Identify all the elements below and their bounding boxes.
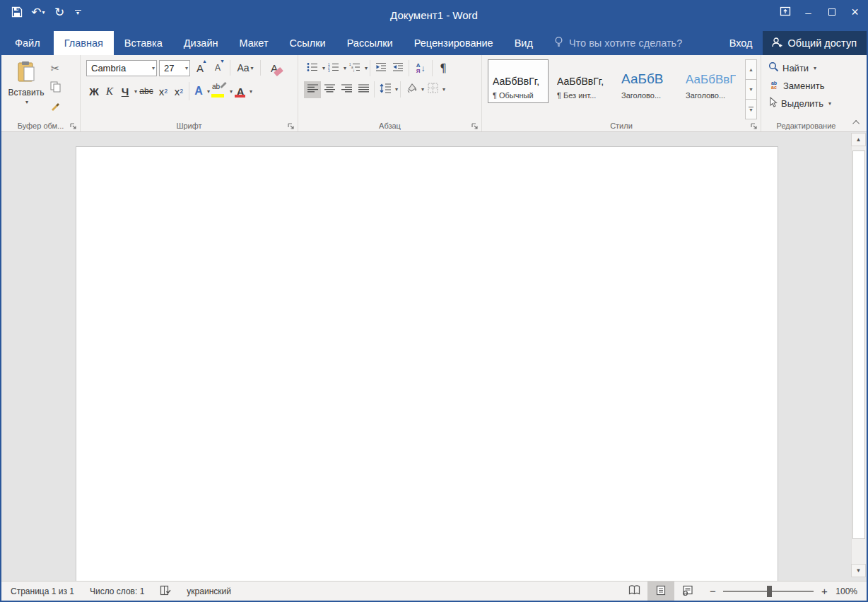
- share-button[interactable]: Общий доступ: [763, 31, 867, 55]
- align-center-button[interactable]: [321, 81, 338, 98]
- font-group: ▾ ▾ А▲ А▼ Aa▾ А Ж К Ч ▾ abc x2 x: [81, 55, 298, 131]
- tab-insert[interactable]: Вставка: [114, 31, 173, 55]
- styles-scroll-up-button[interactable]: ▲: [745, 59, 757, 80]
- copy-button[interactable]: [47, 79, 64, 96]
- tell-me-search[interactable]: Что вы хотите сделать?: [553, 31, 682, 55]
- document-page[interactable]: [76, 146, 778, 581]
- redo-button[interactable]: ↻: [49, 2, 69, 22]
- save-button[interactable]: [7, 2, 27, 22]
- sign-in-button[interactable]: Вход: [720, 31, 763, 55]
- print-layout-button[interactable]: [647, 582, 674, 601]
- highlighter-pen-icon: [220, 82, 226, 88]
- styles-dialog-launcher[interactable]: [750, 121, 758, 129]
- align-left-icon: [307, 83, 318, 96]
- increase-indent-button[interactable]: [389, 60, 406, 77]
- customize-qat-button[interactable]: ▾: [71, 2, 85, 22]
- close-button[interactable]: ×: [843, 0, 867, 24]
- sort-button[interactable]: АЯ ↓: [411, 60, 430, 77]
- change-case-button[interactable]: Aa▾: [235, 59, 256, 76]
- tab-view[interactable]: Вид: [504, 31, 544, 55]
- styles-scroll-down-button[interactable]: ▼: [745, 79, 757, 100]
- styles-more-button[interactable]: ▼: [745, 99, 757, 119]
- paragraph-dialog-launcher[interactable]: [471, 121, 479, 129]
- zoom-slider-thumb[interactable]: [767, 586, 772, 597]
- justify-button[interactable]: [355, 81, 372, 98]
- tab-home[interactable]: Главная: [54, 31, 114, 55]
- align-center-icon: [324, 83, 335, 96]
- shading-button[interactable]: [403, 81, 420, 98]
- multilevel-list-button[interactable]: 1ai: [346, 60, 363, 77]
- language-indicator[interactable]: украинский: [179, 586, 239, 596]
- format-painter-button[interactable]: [47, 98, 64, 115]
- read-mode-button[interactable]: [621, 582, 647, 601]
- replace-button[interactable]: ab ac Заменить: [768, 78, 848, 93]
- scrollbar-up-button[interactable]: ▲: [851, 133, 866, 146]
- underline-button[interactable]: Ч: [117, 83, 133, 100]
- scrollbar-down-button[interactable]: ▼: [851, 564, 866, 577]
- font-dialog-launcher[interactable]: [287, 121, 295, 129]
- select-label: Выделить: [781, 98, 823, 109]
- multilevel-list-icon: 1ai: [349, 62, 360, 75]
- shrink-font-button[interactable]: А▼: [210, 59, 225, 76]
- highlight-button[interactable]: ab: [210, 83, 228, 100]
- scrollbar-track[interactable]: [851, 146, 866, 564]
- line-spacing-button[interactable]: [377, 81, 394, 98]
- style-no-spacing[interactable]: АаБбВвГг, ¶ Без инт...: [552, 59, 613, 103]
- find-button[interactable]: Найти ▾: [768, 61, 848, 75]
- paste-button[interactable]: Вставить ▾: [6, 59, 47, 119]
- zoom-out-button[interactable]: −: [708, 585, 717, 597]
- font-name-combobox[interactable]: ▾: [86, 60, 157, 76]
- style-heading2[interactable]: АаБбВвГ Заголово...: [681, 59, 741, 103]
- tab-design[interactable]: Дизайн: [173, 31, 229, 55]
- numbering-button[interactable]: 123: [325, 60, 342, 77]
- maximize-button[interactable]: [820, 0, 843, 24]
- clear-formatting-button[interactable]: А: [265, 59, 283, 76]
- style-normal[interactable]: АаБбВвГг, ¶ Обычный: [488, 59, 549, 103]
- web-layout-button[interactable]: [674, 582, 701, 601]
- font-color-dropdown-icon[interactable]: ▾: [250, 88, 252, 95]
- clipboard-dialog-launcher[interactable]: [69, 121, 78, 129]
- superscript-button[interactable]: x2: [171, 83, 187, 100]
- italic-button[interactable]: К: [102, 83, 117, 100]
- font-color-button[interactable]: А: [233, 83, 248, 100]
- collapse-ribbon-button[interactable]: [852, 117, 862, 127]
- select-button[interactable]: Выделить ▾: [768, 96, 848, 110]
- tab-layout[interactable]: Макет: [229, 31, 279, 55]
- align-left-button[interactable]: [304, 81, 321, 98]
- scrollbar-thumb[interactable]: [852, 150, 865, 539]
- cut-button[interactable]: ✂: [47, 60, 64, 77]
- ribbon-display-options-button[interactable]: [773, 0, 797, 24]
- show-marks-button[interactable]: ¶: [435, 60, 452, 77]
- font-name-input[interactable]: [91, 63, 151, 73]
- tab-file[interactable]: Файл: [1, 31, 54, 55]
- increase-indent-icon: [392, 62, 404, 75]
- undo-button[interactable]: ↶▾: [28, 2, 48, 22]
- bullets-button[interactable]: [304, 60, 321, 77]
- font-group-label: Шрифт: [81, 122, 298, 130]
- page-indicator[interactable]: Страница 1 из 1: [1, 586, 82, 596]
- font-size-input[interactable]: [164, 63, 184, 73]
- align-right-button[interactable]: [338, 81, 355, 98]
- style-heading1[interactable]: АаБбВ Заголово...: [616, 59, 677, 103]
- clipboard-group-label: Буфер обм...: [1, 122, 80, 130]
- ribbon: Вставить ▾ ✂ Буфер обм...: [1, 55, 867, 132]
- text-effects-button[interactable]: А: [192, 83, 206, 100]
- grow-font-button[interactable]: А▲: [192, 59, 208, 76]
- minimize-button[interactable]: –: [797, 0, 820, 24]
- borders-button[interactable]: [424, 81, 441, 98]
- tab-mailings[interactable]: Рассылки: [336, 31, 404, 55]
- zoom-slider[interactable]: [723, 591, 814, 592]
- proofing-status[interactable]: [152, 585, 179, 598]
- search-icon: [768, 61, 779, 74]
- zoom-in-button[interactable]: +: [820, 585, 828, 597]
- tab-review[interactable]: Рецензирование: [404, 31, 504, 55]
- font-size-combobox[interactable]: ▾: [159, 60, 190, 76]
- font-size-dropdown-icon: ▾: [185, 65, 188, 71]
- strikethrough-button[interactable]: abc: [137, 83, 156, 100]
- decrease-indent-button[interactable]: [373, 60, 389, 77]
- bold-button[interactable]: Ж: [86, 83, 102, 100]
- subscript-button[interactable]: x2: [156, 83, 171, 100]
- tab-references[interactable]: Ссылки: [279, 31, 336, 55]
- zoom-level[interactable]: 100%: [833, 586, 867, 596]
- word-count[interactable]: Число слов: 1: [82, 586, 152, 596]
